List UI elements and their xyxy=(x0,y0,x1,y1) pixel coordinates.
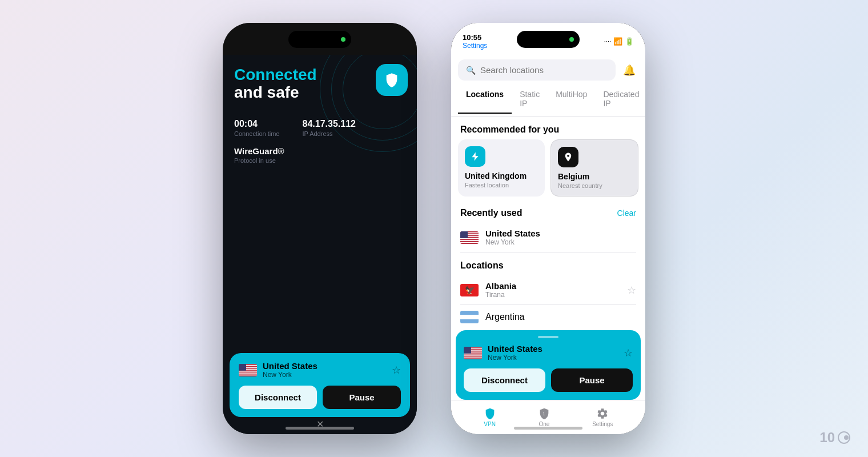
argentina-text: Argentina xyxy=(485,312,525,322)
vpn-nav-icon xyxy=(484,407,496,420)
location-row: United States New York ☆ xyxy=(239,361,401,379)
popup-location-left: United States New York xyxy=(464,344,542,362)
albania-item[interactable]: 🦅 Albania Tirana ☆ xyxy=(451,275,645,304)
us-flag-icon xyxy=(239,364,257,376)
recently-used-header: Recently used Clear xyxy=(451,201,645,223)
back-link[interactable]: Settings xyxy=(463,42,487,50)
screen2: 🔍 🔔 Locations Static IP MultiHop Dedicat… xyxy=(451,55,645,434)
recommended-title: Recommended for you xyxy=(451,117,645,139)
connection-time-stat: 00:04 Connection time xyxy=(234,119,280,137)
popup-star[interactable]: ☆ xyxy=(624,347,633,359)
popup-buttons: Disconnect Pause xyxy=(464,368,633,392)
shield-icon xyxy=(384,72,400,88)
rec-card-be[interactable]: Belgium Nearest country xyxy=(550,139,638,197)
albania-star[interactable]: ☆ xyxy=(627,284,636,296)
phone1-frame: Connected and safe 00:04 Connection time… xyxy=(223,23,417,434)
bolt-icon xyxy=(470,151,480,162)
home-indicator-1 xyxy=(286,427,354,430)
search-icon: 🔍 xyxy=(466,66,476,75)
location-left: United States New York xyxy=(239,361,318,379)
watermark: 10 xyxy=(819,430,851,446)
nav-vpn-label: VPN xyxy=(484,421,496,427)
notification-bell[interactable]: 🔔 xyxy=(620,61,638,79)
tab-locations[interactable]: Locations xyxy=(458,85,512,114)
svg-rect-14 xyxy=(460,242,479,243)
connection-time-value: 00:04 xyxy=(234,119,280,129)
nav-settings[interactable]: Settings xyxy=(592,407,613,427)
albania-country: Albania xyxy=(485,281,516,291)
svg-rect-6 xyxy=(239,374,257,375)
svg-point-26 xyxy=(844,435,849,440)
phone2-frame: 10:55 Settings ···· 📶 🔋 🔍 🔔 xyxy=(451,23,645,434)
bottom-popup: United States New York ☆ Disconnect Paus… xyxy=(456,330,641,400)
popup-us-flag xyxy=(464,347,482,359)
svg-text:1: 1 xyxy=(542,411,545,416)
nav-vpn[interactable]: VPN xyxy=(484,407,496,427)
pause-button[interactable]: Pause xyxy=(323,386,401,409)
recent-us-flag xyxy=(460,231,479,244)
connected-bottom-card: United States New York ☆ Disconnect Paus… xyxy=(230,353,410,417)
ip-address-value: 84.17.35.112 xyxy=(303,119,356,129)
card-buttons: Disconnect Pause xyxy=(239,386,401,409)
svg-rect-13 xyxy=(460,240,479,241)
tab-dedicated-ip[interactable]: Dedicated IP xyxy=(595,85,645,114)
clear-button[interactable]: Clear xyxy=(617,209,636,218)
locations-section-title: Locations xyxy=(451,252,645,275)
rec-uk-desc: Fastest location xyxy=(465,182,538,189)
popup-country: United States xyxy=(488,344,542,354)
location-text: United States New York xyxy=(263,361,318,379)
location-city: New York xyxy=(263,371,318,379)
search-bar[interactable]: 🔍 xyxy=(458,59,616,81)
popup-city: New York xyxy=(488,354,542,362)
tab-multihop[interactable]: MultiHop xyxy=(548,85,595,114)
rec-card-uk-icon xyxy=(465,146,485,167)
dynamic-island-2 xyxy=(517,31,580,48)
search-input[interactable] xyxy=(480,65,608,75)
popup-pause-button[interactable]: Pause xyxy=(551,368,633,392)
svg-rect-21 xyxy=(464,355,482,356)
albania-text: Albania Tirana xyxy=(485,281,516,299)
nav-one[interactable]: 1 One xyxy=(538,407,550,427)
rec-be-desc: Nearest country xyxy=(558,182,631,189)
albania-flag: 🦅 xyxy=(460,284,479,296)
ip-address-stat: 84.17.35.112 IP Address xyxy=(303,119,356,137)
svg-rect-7 xyxy=(239,364,246,371)
recommended-cards: United Kingdom Fastest location Belgium … xyxy=(451,139,645,201)
svg-rect-23 xyxy=(464,347,471,354)
one-nav-icon: 1 xyxy=(538,407,550,420)
rec-card-uk[interactable]: United Kingdom Fastest location xyxy=(458,139,545,197)
tab-static-ip[interactable]: Static IP xyxy=(512,85,548,114)
recent-us-text: United States New York xyxy=(485,228,540,246)
disconnect-button[interactable]: Disconnect xyxy=(239,386,317,409)
argentina-country: Argentina xyxy=(485,312,525,322)
bell-icon: 🔔 xyxy=(623,64,636,77)
svg-rect-15 xyxy=(460,231,468,238)
signal-icon: ···· xyxy=(604,38,611,45)
screen1: Connected and safe 00:04 Connection time… xyxy=(223,55,417,434)
popup-disconnect-button[interactable]: Disconnect xyxy=(464,368,545,392)
screen1-stats: 00:04 Connection time 84.17.35.112 IP Ad… xyxy=(223,107,417,137)
shield-button[interactable] xyxy=(376,64,408,96)
screen1-header: Connected and safe xyxy=(223,55,417,107)
svg-rect-4 xyxy=(239,370,257,371)
recent-us-item[interactable]: United States New York xyxy=(451,223,645,252)
favorite-star[interactable]: ☆ xyxy=(392,364,401,376)
rec-be-name: Belgium xyxy=(558,172,631,181)
recent-us-city: New York xyxy=(485,238,540,246)
home-indicator-2 xyxy=(514,427,582,430)
screen1-protocol: WireGuard® Protocol in use xyxy=(223,137,417,164)
nav-settings-label: Settings xyxy=(592,421,613,427)
svg-rect-22 xyxy=(464,357,482,358)
dynamic-island-1 xyxy=(288,31,351,48)
green-indicator-2 xyxy=(569,37,574,42)
popup-drag-handle xyxy=(538,336,558,338)
green-indicator xyxy=(341,37,345,42)
connection-time-label: Connection time xyxy=(234,130,280,137)
svg-rect-20 xyxy=(464,353,482,354)
recent-us-country: United States xyxy=(485,228,540,238)
status-icons: ···· 📶 🔋 xyxy=(604,37,634,46)
watermark-icon xyxy=(837,431,851,444)
location-country: United States xyxy=(263,361,318,371)
location-pin-icon xyxy=(563,152,573,162)
battery-icon: 🔋 xyxy=(625,37,634,46)
